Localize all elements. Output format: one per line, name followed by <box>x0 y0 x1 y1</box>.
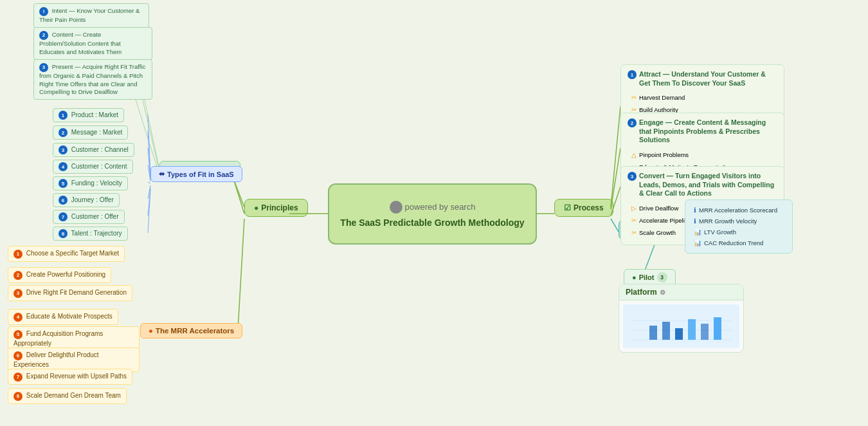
convert-item-1-text: Drive Dealflow <box>639 205 678 212</box>
pilot-icon: ● <box>632 273 637 281</box>
platform-preview <box>623 304 739 348</box>
intent-text: Intent — Know Your Customer & Their Pain… <box>39 7 140 23</box>
process-label: Process <box>574 203 604 212</box>
mrr-item-6-text: Deliver Delightful Product Experiences <box>14 351 99 368</box>
mrr-header[interactable]: ● The MRR Accelerators <box>140 323 242 338</box>
convert-num: 3 <box>628 172 637 181</box>
platform-node[interactable]: Platform ⚙ <box>619 284 744 353</box>
convert-title: Convert — Turn Engaged Visitors into Lea… <box>639 172 777 198</box>
platform-settings-icon: ⚙ <box>660 289 665 296</box>
mrr-item-3: 3 Drive Right Fit Demand Generation <box>8 285 132 301</box>
types-header[interactable]: ⬌ Types of Fit in SaaS <box>150 166 242 182</box>
logo-text: powered by search <box>405 202 476 212</box>
engage-num: 2 <box>628 118 637 127</box>
svg-line-20 <box>148 187 150 216</box>
progress-item-4-text: CAC Reduction Trend <box>704 239 763 246</box>
principles-dot: ● <box>254 203 258 212</box>
progress-item-1: ℹ MRR Acceleration Scorecard <box>691 205 787 215</box>
convert-item-3-text: Scale Growth <box>639 229 676 236</box>
present-badge: 3 <box>39 63 48 72</box>
mrr-item-2: 2 Create Powerful Positioning <box>8 267 111 283</box>
attract-item-1: ✂ Harvest Demand <box>628 92 777 103</box>
types-label: Types of Fit in SaaS <box>167 171 234 178</box>
mrr-item-4-text: Educate & Motivate Prospects <box>26 313 113 320</box>
mrr-item-8: 8 Scale Demand Gen Dream Team <box>8 388 127 404</box>
philosophy-item-present: 3 Present — Acquire Right Fit Traffic fr… <box>33 59 152 100</box>
svg-rect-27 <box>662 322 670 340</box>
types-icon: ⬌ <box>159 170 165 178</box>
sub-customer-content: 4 Customer : Content <box>53 160 133 174</box>
logo: powered by search <box>390 201 476 214</box>
funding-velocity-text: Funding : Velocity <box>71 180 122 187</box>
mrr-item-1: 1 Choose a Specific Target Market <box>8 246 125 262</box>
mrr-item-7-text: Expand Revenue with Upsell Paths <box>26 373 127 380</box>
customer-offer-text: Customer : Offer <box>71 213 119 220</box>
intent-badge: i <box>39 7 48 16</box>
svg-rect-28 <box>675 328 683 340</box>
svg-line-21 <box>148 189 150 233</box>
present-text: Present — Acquire Right Fit Traffic from… <box>39 63 145 95</box>
svg-line-5 <box>611 106 620 207</box>
sub-product-market: 1 Product : Market <box>53 108 124 122</box>
process-node[interactable]: ☑ Process <box>554 199 613 217</box>
engage-title: Engage — Create Content & Messaging that… <box>639 118 777 145</box>
main-title: The SaaS Predictable Growth Methodology <box>340 218 524 228</box>
svg-line-8 <box>611 219 619 232</box>
progress-item-1-text: MRR Acceleration Scorecard <box>699 207 777 214</box>
svg-rect-26 <box>649 326 657 340</box>
convert-item-2-text: Accelerate Pipeline <box>639 217 691 224</box>
attract-item-1-text: Harvest Demand <box>639 94 685 101</box>
svg-rect-29 <box>688 319 696 340</box>
progress-item-2: ℹ MRR Growth Velocity <box>691 216 787 226</box>
mrr-item-2-text: Create Powerful Positioning <box>26 271 105 278</box>
logo-circle <box>390 201 402 214</box>
principles-label: Principles <box>261 203 298 212</box>
sub-funding-velocity: 5 Funding : Velocity <box>53 176 128 190</box>
principles-node[interactable]: ● Principles <box>244 199 308 217</box>
progress-item-3-text: LTV Growth <box>704 228 736 236</box>
svg-line-18 <box>148 182 150 183</box>
pilot-label: Pilot <box>639 273 655 281</box>
platform-label: Platform <box>626 288 657 297</box>
mrr-item-5-text: Fund Acquisition Programs Appropriately <box>14 330 103 347</box>
center-node: powered by search The SaaS Predictable G… <box>328 183 537 245</box>
svg-line-3 <box>238 219 244 329</box>
attract-num: 1 <box>628 70 637 79</box>
journey-offer-text: Journey : Offer <box>71 196 114 203</box>
philosophy-item-content: 2 Content — Create Problem/Solution Cont… <box>33 27 152 60</box>
mrr-icon: ● <box>149 327 153 335</box>
pilot-num: 3 <box>657 272 667 282</box>
progress-items-box: ℹ MRR Acceleration Scorecard ℹ MRR Growt… <box>685 199 793 254</box>
svg-line-19 <box>148 185 150 199</box>
customer-channel-text: Customer : Channel <box>71 146 129 153</box>
platform-header: Platform ⚙ <box>619 284 743 301</box>
sub-customer-offer: 7 Customer : Offer <box>53 210 125 224</box>
progress-item-3: 📊 LTV Growth <box>691 227 787 237</box>
sub-talent-trajectory: 8 Talent : Trajectory <box>53 227 128 241</box>
message-market-text: Message : Market <box>71 129 122 136</box>
mrr-item-1-text: Choose a Specific Target Market <box>26 250 119 257</box>
content-badge: 2 <box>39 31 48 40</box>
process-check: ☑ <box>564 203 571 212</box>
sub-journey-offer: 6 Journey : Offer <box>53 193 120 207</box>
mrr-item-7: 7 Expand Revenue with Upsell Paths <box>8 369 132 385</box>
progress-item-2-text: MRR Growth Velocity <box>699 218 757 225</box>
progress-item-4: 📊 CAC Reduction Trend <box>691 238 787 248</box>
engage-item-1: △ Pinpoint Problems <box>628 149 777 160</box>
svg-rect-30 <box>701 324 709 340</box>
mrr-item-3-text: Drive Right Fit Demand Generation <box>26 289 127 296</box>
mrr-item-8-text: Scale Demand Gen Dream Team <box>26 392 121 399</box>
svg-line-14 <box>148 115 150 176</box>
mrr-item-4: 4 Educate & Motivate Prospects <box>8 309 118 325</box>
product-market-text: Product : Market <box>71 111 118 118</box>
mrr-label: The MRR Accelerators <box>156 327 234 335</box>
svg-line-6 <box>611 148 620 209</box>
svg-rect-31 <box>714 317 721 340</box>
platform-chart <box>630 308 733 345</box>
attract-title: Attract — Understand Your Customer & Get… <box>639 70 777 88</box>
customer-content-text: Customer : Content <box>71 163 127 170</box>
philosophy-item-intent: i Intent — Know Your Customer & Their Pa… <box>33 3 149 28</box>
engage-item-1-text: Pinpoint Problems <box>639 151 689 158</box>
content-text: Content — Create Problem/Solution Conten… <box>39 31 122 55</box>
sub-customer-channel: 3 Customer : Channel <box>53 143 134 157</box>
